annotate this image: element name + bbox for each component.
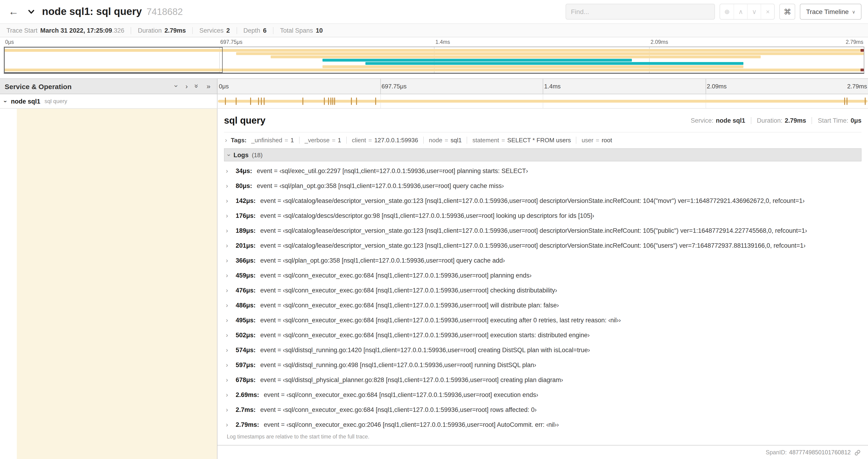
log-row[interactable]: ›201μs:event = ‹sql/catalog/lease/descri… xyxy=(224,238,862,253)
view-selector-label: Trace Timeline xyxy=(806,8,849,15)
tag-key: node xyxy=(429,136,442,143)
log-row[interactable]: ›2.79ms:event = ‹sql/conn_executor_exec.… xyxy=(224,417,862,432)
span-collapse-icon[interactable]: › xyxy=(3,100,9,102)
trace-id: 7418682 xyxy=(147,6,183,17)
tag-_unfinished[interactable]: _unfinished=1 xyxy=(250,136,299,143)
time-tick-label: 2.79ms xyxy=(846,39,863,45)
chevron-down-icon: › xyxy=(174,85,180,87)
logs-section-header[interactable]: › Logs (18) xyxy=(224,148,862,161)
stat-label: Duration xyxy=(138,27,162,34)
chevron-right-icon[interactable]: › xyxy=(226,272,233,278)
link-icon[interactable] xyxy=(855,450,861,456)
log-marker xyxy=(356,97,357,105)
tag-value: 127.0.0.1:59936 xyxy=(374,136,418,143)
minimap-span-bar xyxy=(236,52,864,55)
chevron-right-icon[interactable]: › xyxy=(226,287,233,293)
log-event-text: event = ‹sql/conn_executor_exec.go:684 [… xyxy=(260,406,537,413)
chevron-right-icon[interactable]: › xyxy=(226,212,233,219)
tag-equals: = xyxy=(285,136,288,143)
find-input[interactable] xyxy=(566,4,715,20)
chevron-right-icon[interactable]: › xyxy=(226,332,233,338)
log-timestamp: 34μs: xyxy=(236,167,252,174)
clear-search-button[interactable]: × xyxy=(761,4,774,19)
span-name-cell[interactable]: › node sql1 sql query xyxy=(0,94,217,108)
prev-match-button[interactable]: ∧ xyxy=(734,4,747,19)
log-row[interactable]: ›80μs:event = ‹sql/plan_opt.go:358 [nsql… xyxy=(224,178,862,193)
trace-collapse-button[interactable] xyxy=(25,7,37,16)
chevron-right-icon[interactable]: › xyxy=(226,227,233,234)
chevron-right-icon[interactable]: › xyxy=(226,317,233,323)
chevron-right-icon[interactable]: › xyxy=(226,302,233,308)
span-duration-bar[interactable] xyxy=(218,100,868,103)
tag-user[interactable]: user=root xyxy=(576,136,617,143)
span-operation-name: sql query xyxy=(44,98,67,104)
chevron-right-icon[interactable]: › xyxy=(226,406,233,413)
service-operation-header: Service & Operation › › » » xyxy=(0,79,217,94)
log-marker xyxy=(225,97,226,105)
keyboard-shortcuts-button[interactable]: ⌘ xyxy=(780,4,796,20)
log-event-text: event = ‹sql/catalog/lease/descriptor_ve… xyxy=(260,227,807,234)
log-row[interactable]: ›2.69ms:event = ‹sql/conn_executor_exec.… xyxy=(224,387,862,402)
chevron-right-icon[interactable]: › xyxy=(226,183,233,189)
tag-_verbose[interactable]: _verbose=1 xyxy=(299,136,346,143)
summary-label: Start Time: xyxy=(818,117,848,124)
trace-minimap: 0μs697.75μs1.4ms2.09ms2.79ms xyxy=(0,37,868,74)
log-row[interactable]: ›176μs:event = ‹sql/catalog/descs/descri… xyxy=(224,208,862,223)
log-row[interactable]: ›366μs:event = ‹sql/plan_opt.go:358 [nsq… xyxy=(224,253,862,268)
chevron-right-icon[interactable]: › xyxy=(226,391,233,398)
expand-all-button[interactable]: » xyxy=(207,83,211,90)
tag-node[interactable]: node=sql1 xyxy=(423,136,467,143)
log-row[interactable]: ›502μs:event = ‹sql/conn_executor_exec.g… xyxy=(224,327,862,342)
log-row[interactable]: ›574μs:event = ‹sql/distsql_running.go:1… xyxy=(224,342,862,357)
next-match-button[interactable]: ∨ xyxy=(747,4,761,19)
back-button[interactable]: ← xyxy=(6,6,21,17)
log-timestamp: 2.79ms: xyxy=(236,421,259,428)
log-event-text: event = ‹sql/conn_executor_exec.go:2046 … xyxy=(264,421,559,428)
expand-one-button[interactable]: › xyxy=(186,83,188,90)
chevron-right-icon[interactable]: › xyxy=(226,257,233,264)
chevron-right-icon[interactable]: › xyxy=(226,376,233,383)
span-bar-cell[interactable] xyxy=(217,94,868,108)
collapse-one-button[interactable]: › xyxy=(176,83,178,90)
logs-label: Logs xyxy=(234,151,249,158)
chevron-right-icon[interactable]: › xyxy=(226,167,233,174)
find-result-nav: ⊕ ∧ ∨ × xyxy=(720,4,775,20)
collapse-all-button[interactable]: » xyxy=(195,83,199,90)
log-timestamp: 678μs: xyxy=(236,376,256,383)
chevron-right-icon[interactable]: › xyxy=(226,197,233,204)
chevron-right-icon[interactable]: › xyxy=(226,362,233,368)
chevron-right-icon[interactable]: › xyxy=(225,137,227,143)
stat-label: Trace Start xyxy=(6,27,37,34)
log-row[interactable]: ›597μs:event = ‹sql/distsql_running.go:4… xyxy=(224,357,862,372)
log-row[interactable]: ›142μs:event = ‹sql/catalog/lease/descri… xyxy=(224,193,862,208)
tag-statement[interactable]: statement=SELECT * FROM users xyxy=(467,136,576,143)
trace-view-selector[interactable]: Trace Timeline ∨ xyxy=(800,4,862,20)
chevron-right-icon[interactable]: › xyxy=(226,421,233,428)
timeline-header-row: Service & Operation › › » » 0μs697.75μs1… xyxy=(0,78,868,94)
chevron-right-icon[interactable]: › xyxy=(226,242,233,249)
chevron-right-icon[interactable]: › xyxy=(226,347,233,353)
log-row[interactable]: ›2.7ms:event = ‹sql/conn_executor_exec.g… xyxy=(224,402,862,417)
log-row[interactable]: ›678μs:event = ‹sql/distsql_physical_pla… xyxy=(224,372,862,387)
log-row[interactable]: ›495μs:event = ‹sql/conn_executor_exec.g… xyxy=(224,313,862,327)
log-marker xyxy=(846,97,847,105)
log-row[interactable]: ›476μs:event = ‹sql/conn_executor_exec.g… xyxy=(224,283,862,298)
trace-header: ← node sql1: sql query7418682 ⊕ ∧ ∨ × ⌘ … xyxy=(0,0,868,23)
log-event-text: event = ‹sql/catalog/descs/descriptor.go… xyxy=(260,212,594,219)
minimap-viewport[interactable] xyxy=(4,47,223,73)
tag-key: _verbose xyxy=(305,136,330,143)
log-row[interactable]: ›34μs:event = ‹sql/exec_util.go:2297 [ns… xyxy=(224,163,862,178)
log-row[interactable]: ›486μs:event = ‹sql/conn_executor_exec.g… xyxy=(224,298,862,313)
time-tick-label: 2.09ms xyxy=(705,83,726,90)
log-marker xyxy=(331,97,331,105)
log-row[interactable]: ›459μs:event = ‹sql/conn_executor_exec.g… xyxy=(224,268,862,283)
log-event-text: event = ‹sql/catalog/lease/descriptor_ve… xyxy=(260,197,805,204)
minimap-canvas[interactable] xyxy=(4,47,864,74)
tags-row[interactable]: › Tags: _unfinished=1_verbose=1client=12… xyxy=(224,132,862,147)
minimap-span-bar xyxy=(322,65,743,68)
focus-match-button[interactable]: ⊕ xyxy=(720,4,734,19)
log-marker xyxy=(334,97,335,105)
tag-client[interactable]: client=127.0.0.1:59936 xyxy=(346,136,423,143)
log-row[interactable]: ›189μs:event = ‹sql/catalog/lease/descri… xyxy=(224,223,862,238)
span-row[interactable]: › node sql1 sql query xyxy=(0,94,868,109)
